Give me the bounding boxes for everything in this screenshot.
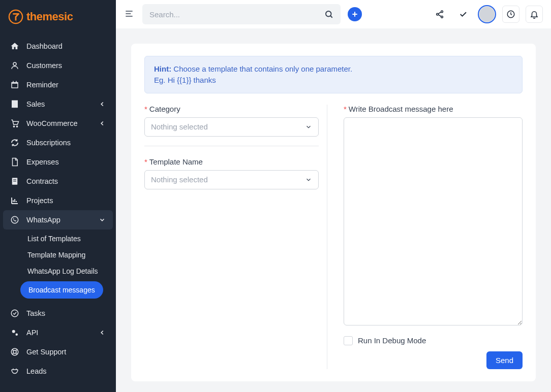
required-mark: * (144, 157, 147, 166)
hint-prefix: Hint: (154, 64, 171, 73)
message-textarea[interactable] (344, 117, 523, 325)
svg-rect-5 (16, 81, 17, 83)
sidebar-nav: Dashboard Customers Reminder Sales WooCo… (0, 34, 116, 384)
search-icon[interactable] (324, 10, 333, 19)
leads-icon (10, 367, 19, 376)
svg-point-12 (11, 310, 18, 317)
sidebar-item-customers[interactable]: Customers (3, 56, 113, 75)
sidebar-item-api[interactable]: API (3, 323, 113, 342)
sidebar-item-label: Contracts (26, 177, 58, 185)
svg-point-16 (13, 350, 16, 353)
sidebar-item-tasks[interactable]: Tasks (3, 304, 113, 323)
required-mark: * (344, 105, 347, 113)
send-button[interactable]: Send (486, 351, 523, 369)
sidebar-item-label: Expenses (26, 158, 59, 166)
sidebar-item-projects[interactable]: Projects (3, 191, 113, 210)
logo-text: themesic (26, 10, 73, 23)
sidebar-item-label: Subscriptions (26, 139, 71, 147)
sidebar-item-label: Reminder (26, 81, 58, 89)
sidebar-item-label: WhatsApp (26, 216, 60, 224)
chevron-left-icon (99, 101, 106, 108)
add-button[interactable] (348, 7, 362, 21)
chevron-down-icon (99, 216, 106, 223)
sidebar-item-dashboard[interactable]: Dashboard (3, 37, 113, 56)
logo[interactable]: themesic (0, 0, 116, 34)
cart-icon (10, 119, 19, 128)
avatar[interactable] (478, 5, 496, 23)
template-label: * Template Name (144, 157, 319, 166)
chart-icon (10, 196, 19, 205)
chevron-down-icon (305, 123, 312, 130)
svg-point-7 (16, 126, 17, 127)
hamburger-icon[interactable] (124, 9, 135, 20)
chevron-left-icon (99, 120, 106, 127)
svg-point-1 (13, 62, 16, 66)
category-placeholder: Nothing selected (151, 122, 208, 131)
category-label: * Category (144, 105, 319, 113)
sidebar-item-label: Get Support (26, 348, 66, 356)
category-select[interactable]: Nothing selected (144, 117, 319, 137)
divider (144, 146, 319, 146)
sub-item-broadcast[interactable]: Broadcast messages (20, 281, 103, 299)
whatsapp-icon (10, 215, 19, 224)
svg-point-6 (13, 126, 14, 127)
template-select[interactable]: Nothing selected (144, 170, 319, 189)
sidebar-item-subscriptions[interactable]: Subscriptions (3, 133, 113, 152)
svg-point-14 (16, 334, 18, 336)
main-area: Hint: Choose a template that contains on… (116, 0, 551, 392)
hint-box: Hint: Choose a template that contains on… (144, 56, 523, 93)
card: Hint: Choose a template that contains on… (131, 44, 536, 381)
gears-icon (10, 328, 19, 337)
sidebar-item-sales[interactable]: Sales (3, 94, 113, 114)
hint-line1: Choose a template that contains only one… (171, 64, 352, 73)
sidebar-item-label: Sales (26, 100, 45, 108)
left-column: * Category Nothing selected * (144, 105, 327, 369)
topbar (116, 0, 551, 28)
whatsapp-submenu: List of Templates Template Mapping Whats… (3, 230, 113, 304)
chevron-down-icon (305, 176, 312, 183)
share-button[interactable] (431, 6, 448, 23)
clock-button[interactable] (502, 6, 519, 23)
receipt-icon (10, 100, 19, 109)
hint-line2: Eg. Hi {{1}} thanks (154, 76, 216, 84)
avatar-image (479, 7, 495, 22)
required-mark: * (144, 105, 147, 113)
check-circle-icon (10, 309, 19, 318)
sidebar-item-contracts[interactable]: Contracts (3, 172, 113, 191)
right-column: * Write Broadcast message here Run In De… (344, 105, 523, 369)
debug-checkbox[interactable] (344, 336, 353, 345)
sidebar-item-expenses[interactable]: Expenses (3, 152, 113, 172)
check-button[interactable] (454, 6, 472, 23)
bell-button[interactable] (526, 6, 543, 23)
debug-label: Run In Debug Mode (358, 336, 426, 345)
sub-item-templates[interactable]: List of Templates (3, 231, 113, 247)
sidebar-item-reminder[interactable]: Reminder (3, 75, 113, 94)
svg-rect-3 (12, 84, 18, 88)
sidebar-item-label: Dashboard (26, 42, 63, 50)
home-icon (10, 42, 19, 51)
search-input[interactable] (149, 10, 324, 19)
calendar-icon (10, 80, 19, 89)
sidebar-item-support[interactable]: Get Support (3, 342, 113, 362)
sub-item-mapping[interactable]: Template Mapping (3, 247, 113, 263)
svg-point-13 (12, 330, 15, 333)
sub-item-log[interactable]: WhatsApp Log Details (3, 263, 113, 279)
sidebar-item-woocommerce[interactable]: WooCommerce (3, 114, 113, 133)
svg-point-17 (326, 11, 331, 17)
sidebar-item-label: Projects (26, 197, 53, 205)
svg-rect-9 (13, 179, 16, 180)
svg-rect-10 (13, 181, 16, 181)
sidebar: themesic Dashboard Customers Reminder Sa… (0, 0, 116, 392)
search-box[interactable] (142, 4, 341, 24)
template-placeholder: Nothing selected (151, 175, 208, 184)
person-icon (10, 61, 19, 70)
refresh-icon (10, 138, 19, 147)
sidebar-item-whatsapp[interactable]: WhatsApp (3, 210, 113, 230)
sidebar-item-label: API (26, 329, 38, 337)
sidebar-item-label: Leads (26, 367, 47, 375)
message-label: * Write Broadcast message here (344, 105, 523, 113)
sidebar-item-leads[interactable]: Leads (3, 362, 113, 381)
svg-point-11 (11, 216, 18, 223)
content: Hint: Choose a template that contains on… (116, 28, 551, 392)
topbar-actions (431, 5, 543, 23)
